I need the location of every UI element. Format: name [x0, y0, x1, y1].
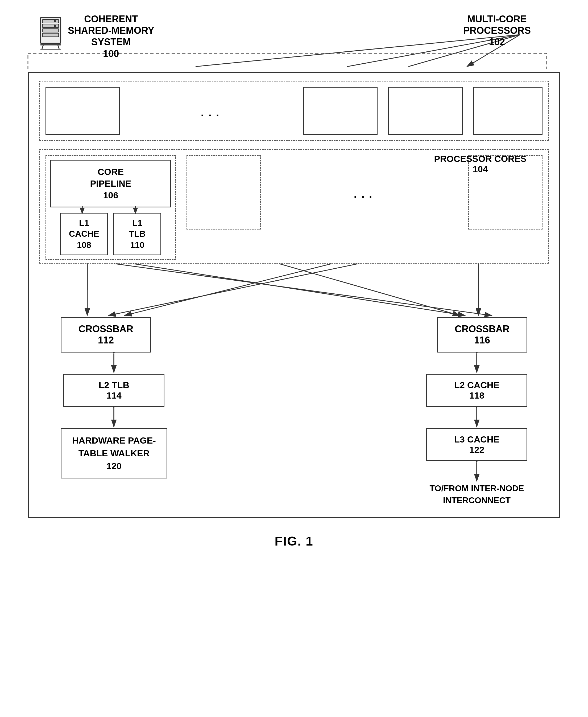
svg-line-31 — [114, 264, 492, 315]
right-sub-column: L2 CACHE 118 L3 CACHE 122 — [426, 352, 527, 506]
extra-core-box-1 — [187, 155, 261, 229]
svg-rect-7 — [43, 19, 59, 23]
hw-walker-box: HARDWARE PAGE- TABLE WALKER 120 — [61, 428, 167, 478]
svg-line-32 — [108, 264, 359, 315]
l2-l3-row: L2 TLB 114 HARDWARE PAGE- TABLE WALKER 1… — [39, 352, 549, 506]
l2-cache-box: L2 CACHE 118 — [426, 374, 527, 407]
system-label: COHERENT SHARED-MEMORY SYSTEM 100 — [68, 13, 154, 59]
svg-point-12 — [54, 25, 56, 27]
core-detail-box: CORE PIPELINE 106 — [45, 155, 176, 260]
svg-line-27 — [132, 264, 465, 315]
crossbar-right-box: CROSSBAR 116 — [437, 317, 527, 352]
core-pipeline-box: CORE PIPELINE 106 — [50, 160, 171, 207]
svg-point-11 — [54, 20, 56, 22]
l3-cache-box: L3 CACHE 122 — [426, 428, 527, 461]
fig-caption: FIG. 1 — [275, 534, 313, 549]
outer-system-box: ... PROCESSOR CORES 104 CORE PIPELINE 10… — [28, 72, 560, 518]
processor-box-2 — [303, 87, 378, 135]
cores-ellipsis: ... — [272, 155, 457, 229]
interconnect-label: TO/FROM INTER-NODE INTERCONNECT — [430, 483, 524, 506]
processor-row: ... — [39, 81, 549, 141]
top-section: COHERENT SHARED-MEMORY SYSTEM 100 MULTI-… — [15, 11, 573, 69]
processor-cores-area: PROCESSOR CORES 104 CORE PIPELINE 106 — [39, 149, 549, 264]
processor-box-3 — [388, 87, 463, 135]
multicore-label: MULTI-CORE PROCESSORS 102 — [463, 13, 531, 48]
processor-box-1 — [45, 87, 120, 135]
crossing-arrows-svg — [39, 264, 549, 317]
crossbar-row: CROSSBAR 112 CROSSBAR 116 — [39, 317, 549, 352]
arrow-crossbar-to-l2cache — [469, 352, 485, 374]
processor-ellipsis: ... — [131, 102, 292, 120]
svg-rect-9 — [43, 29, 59, 32]
crossbar-left-box: CROSSBAR 112 — [61, 317, 151, 352]
left-sub-column: L2 TLB 114 HARDWARE PAGE- TABLE WALKER 1… — [61, 352, 167, 506]
processor-cores-label: PROCESSOR CORES 104 — [434, 153, 527, 175]
arrow-l3-to-interconnect — [469, 461, 485, 483]
diagram-container: COHERENT SHARED-MEMORY SYSTEM 100 MULTI-… — [15, 11, 573, 549]
server-icon — [36, 16, 65, 50]
svg-line-33 — [279, 264, 460, 315]
svg-line-15 — [58, 45, 59, 49]
l2-tlb-box: L2 TLB 114 — [63, 374, 164, 407]
svg-line-14 — [42, 45, 43, 49]
processor-box-4 — [473, 87, 543, 135]
l1-tlb-box: L1 TLB 110 — [113, 213, 161, 255]
svg-rect-10 — [43, 33, 59, 37]
crossing-arrows-area — [39, 264, 549, 317]
arrow-l2cache-to-l3cache — [469, 407, 485, 428]
svg-rect-8 — [43, 24, 59, 27]
arrow-crossbar-to-l2tlb — [106, 352, 122, 374]
l1-cache-box: L1 CACHE 108 — [60, 213, 108, 255]
pipeline-to-cache-arrows — [50, 206, 171, 214]
l1-row: L1 CACHE 108 L1 TLB 110 — [50, 213, 171, 255]
arrow-l2tlb-to-walker — [106, 407, 122, 428]
